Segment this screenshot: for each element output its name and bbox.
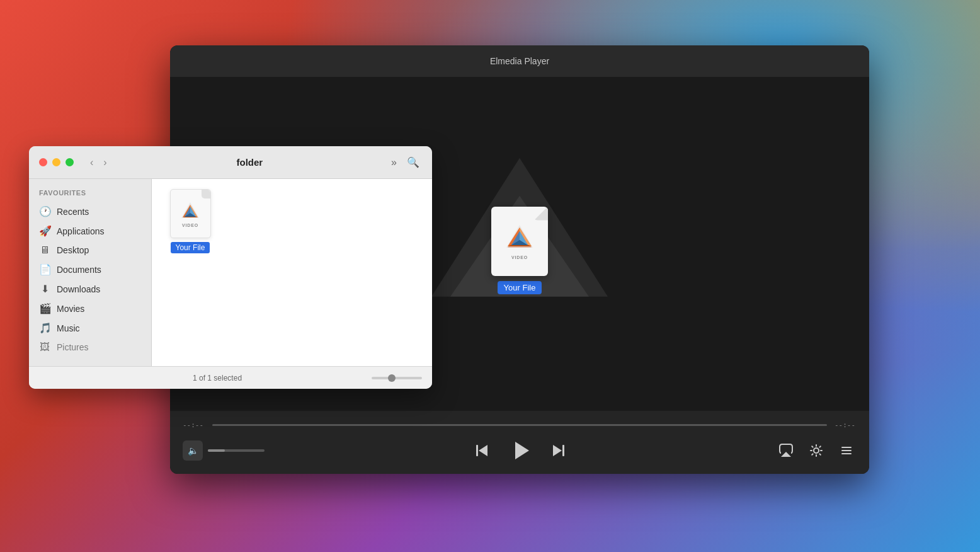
file-type-label: VIDEO xyxy=(182,223,198,227)
prev-button[interactable] xyxy=(471,439,494,462)
play-icon xyxy=(508,438,533,463)
downloads-icon: ⬇ xyxy=(39,283,50,295)
progress-bar-area: --:-- --:-- xyxy=(183,421,857,429)
sidebar-item-label-movies: Movies xyxy=(57,304,84,314)
sidebar-item-label-recents: Recents xyxy=(57,207,89,217)
finder-titlebar: ‹ › folder » 🔍 xyxy=(29,146,432,179)
status-text: 1 of 1 selected xyxy=(193,374,242,382)
music-icon: 🎵 xyxy=(39,322,50,334)
sidebar-item-label-downloads: Downloads xyxy=(57,284,100,294)
finder-tools: » 🔍 xyxy=(389,154,422,171)
svg-point-18 xyxy=(814,448,819,453)
prev-icon xyxy=(474,442,491,459)
sidebar-item-label-documents: Documents xyxy=(57,265,101,275)
sidebar-item-label-applications: Applications xyxy=(57,226,105,236)
traffic-lights xyxy=(39,158,74,166)
finder-main: VIDEO Your File xyxy=(152,179,432,366)
sidebar-item-label-desktop: Desktop xyxy=(57,245,89,255)
sidebar-item-label-pictures: Pictures xyxy=(57,342,89,352)
sidebar-item-music[interactable]: 🎵 Music xyxy=(29,318,151,338)
player-title: Elmedia Player xyxy=(490,56,549,66)
finder-body: Favourites 🕐 Recents 🚀 Applications 🖥 De… xyxy=(29,179,432,366)
next-icon xyxy=(549,442,567,459)
zoom-track xyxy=(372,377,422,379)
finder-folder-name: folder xyxy=(118,157,381,168)
finder-sidebar: Favourites 🕐 Recents 🚀 Applications 🖥 De… xyxy=(29,179,152,366)
forward-button[interactable]: › xyxy=(100,154,110,171)
desktop-icon: 🖥 xyxy=(39,244,50,256)
finder-statusbar: 1 of 1 selected xyxy=(29,366,432,389)
right-controls xyxy=(776,440,857,461)
back-button[interactable]: ‹ xyxy=(86,154,97,171)
file-name-badge: Your File xyxy=(171,242,210,253)
finder-search-button[interactable]: 🔍 xyxy=(404,154,422,171)
sidebar-item-label-music: Music xyxy=(57,323,80,333)
close-button[interactable] xyxy=(39,158,47,166)
file-elmedia-logo xyxy=(179,200,201,222)
svg-marker-14 xyxy=(515,442,529,459)
play-button[interactable] xyxy=(506,437,534,464)
svg-marker-16 xyxy=(553,445,562,456)
svg-rect-15 xyxy=(562,445,564,456)
volume-icon[interactable]: 🔈 xyxy=(183,440,203,461)
player-controls: --:-- --:-- 🔈 xyxy=(170,411,869,474)
finder-view-button[interactable]: » xyxy=(389,154,399,171)
sidebar-item-recents[interactable]: 🕐 Recents xyxy=(29,202,151,221)
player-file-type-label: VIDEO xyxy=(511,255,528,260)
zoom-slider[interactable] xyxy=(372,377,422,379)
applications-icon: 🚀 xyxy=(39,225,50,237)
progress-track[interactable] xyxy=(212,424,827,426)
sidebar-item-pictures[interactable]: 🖼 Pictures xyxy=(29,338,151,357)
list-icon xyxy=(840,444,853,457)
finder-nav: ‹ › xyxy=(86,154,111,171)
recents-icon: 🕐 xyxy=(39,205,50,217)
svg-marker-13 xyxy=(479,445,487,456)
sidebar-section-label: Favourites xyxy=(29,189,151,202)
pictures-icon: 🖼 xyxy=(39,342,50,353)
maximize-button[interactable] xyxy=(66,158,74,166)
list-button[interactable] xyxy=(836,440,857,461)
sidebar-item-documents[interactable]: 📄 Documents xyxy=(29,260,151,279)
settings-button[interactable] xyxy=(806,440,826,461)
settings-icon xyxy=(809,444,823,457)
player-file-doc: VIDEO xyxy=(491,207,548,276)
player-titlebar: Elmedia Player xyxy=(170,45,869,77)
volume-area: 🔈 xyxy=(183,440,265,461)
airplay-icon xyxy=(778,443,794,458)
volume-slider-fill xyxy=(208,449,225,452)
time-end: --:-- xyxy=(835,421,857,429)
airplay-button[interactable] xyxy=(776,440,796,461)
sidebar-item-downloads[interactable]: ⬇ Downloads xyxy=(29,279,151,299)
controls-row: 🔈 xyxy=(183,437,857,464)
minimize-button[interactable] xyxy=(52,158,60,166)
file-doc-icon: VIDEO xyxy=(170,189,211,238)
next-button[interactable] xyxy=(547,439,569,462)
finder-files: VIDEO Your File xyxy=(162,189,422,356)
movies-icon: 🎬 xyxy=(39,302,50,314)
sidebar-item-applications[interactable]: 🚀 Applications xyxy=(29,221,151,241)
sidebar-item-desktop[interactable]: 🖥 Desktop xyxy=(29,241,151,260)
time-start: --:-- xyxy=(183,421,205,429)
volume-slider[interactable] xyxy=(208,449,265,452)
documents-icon: 📄 xyxy=(39,263,50,275)
player-file-name-badge: Your File xyxy=(498,281,542,294)
sidebar-item-movies[interactable]: 🎬 Movies xyxy=(29,299,151,318)
playback-controls xyxy=(471,437,569,464)
player-file-logo xyxy=(504,222,535,254)
svg-rect-12 xyxy=(476,445,478,456)
finder-window: ‹ › folder » 🔍 Favourites 🕐 Recents 🚀 Ap… xyxy=(29,146,432,389)
player-file-card: VIDEO Your File xyxy=(491,207,548,294)
zoom-thumb xyxy=(388,374,396,382)
svg-marker-17 xyxy=(781,452,791,457)
file-item[interactable]: VIDEO Your File xyxy=(162,189,219,253)
